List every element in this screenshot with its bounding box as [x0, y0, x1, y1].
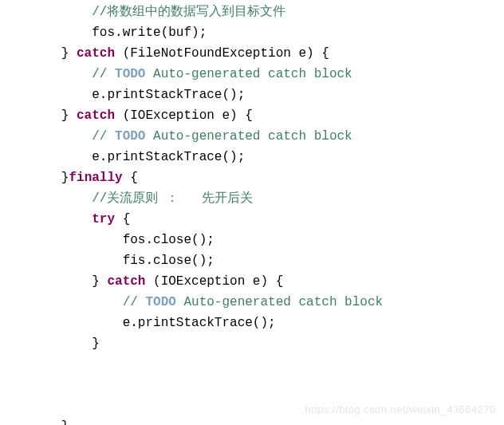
keyword-catch: catch [107, 274, 145, 289]
line: fos.write(buf); [0, 26, 207, 40]
blank-line [0, 357, 8, 372]
line: //将数组中的数据写入到目标文件 [0, 5, 285, 19]
line: } catch (IOException e) { [0, 274, 283, 289]
todo-tag: TODO [115, 129, 145, 144]
blank-line [0, 378, 8, 392]
keyword-finally: finally [69, 171, 122, 185]
keyword-catch: catch [77, 108, 115, 123]
keyword-catch: catch [77, 46, 115, 61]
comment: // TODO Auto-generated catch block [92, 129, 352, 144]
todo-tag: TODO [145, 295, 175, 309]
line: // TODO Auto-generated catch block [0, 129, 352, 144]
line: }finally { [0, 171, 138, 185]
line: //关流原则 ： 先开后关 [0, 191, 253, 206]
comment: // TODO Auto-generated catch block [123, 295, 383, 309]
line: fis.close(); [0, 254, 215, 268]
line: fos.close(); [0, 233, 215, 247]
code-block: //将数组中的数据写入到目标文件 fos.write(buf); } catch… [0, 0, 504, 425]
line: } catch (IOException e) { [0, 108, 253, 123]
line: } [0, 336, 100, 351]
line: // TODO Auto-generated catch block [0, 295, 383, 309]
line: // TODO Auto-generated catch block [0, 67, 352, 81]
line: try { [0, 212, 130, 226]
line: } [0, 419, 69, 425]
watermark: https://blog.csdn.net/weixin_43664270 [305, 399, 496, 420]
todo-tag: TODO [115, 67, 145, 81]
comment: //关流原则 ： 先开后关 [92, 191, 253, 206]
comment: //将数组中的数据写入到目标文件 [92, 5, 285, 19]
line: e.printStackTrace(); [0, 88, 245, 102]
comment: // TODO Auto-generated catch block [92, 67, 352, 81]
line: e.printStackTrace(); [0, 150, 245, 164]
line: e.printStackTrace(); [0, 316, 276, 330]
blank-line [0, 399, 8, 413]
keyword-try: try [92, 212, 115, 226]
line: } catch (FileNotFoundException e) { [0, 46, 329, 61]
